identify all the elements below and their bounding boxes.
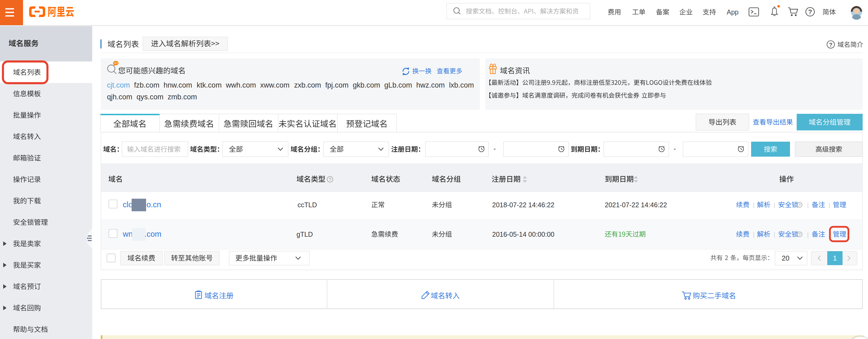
svg-text:?: ? (829, 41, 833, 48)
svg-text:|: | (807, 231, 809, 238)
svg-text:.com: .com (145, 230, 161, 238)
svg-text:|: | (753, 231, 754, 238)
svg-text:?: ? (329, 177, 331, 182)
svg-text:2016-05-14 00:00:00: 2016-05-14 00:00:00 (492, 231, 554, 238)
svg-text:gTLD: gTLD (297, 231, 313, 238)
svg-text:App: App (727, 8, 739, 16)
svg-text:gkb.com: gkb.com (353, 81, 380, 89)
svg-text:gLb.com: gLb.com (384, 81, 412, 89)
svg-text:lxb.com: lxb.com (449, 81, 474, 89)
svg-text:2021-07-22 14:46:22: 2021-07-22 14:46:22 (605, 201, 667, 209)
svg-text:zmb.com: zmb.com (167, 93, 197, 101)
svg-text:hwz.com: hwz.com (416, 81, 445, 89)
svg-text:20: 20 (782, 254, 789, 262)
svg-text:fpj.com: fpj.com (325, 81, 348, 89)
svg-text:|: | (774, 231, 775, 238)
svg-text:|: | (753, 202, 754, 208)
svg-text:xww.com: xww.com (260, 81, 290, 89)
svg-text:wwh.com: wwh.com (225, 81, 256, 89)
svg-text:1: 1 (833, 254, 837, 262)
svg-text:ktk.com: ktk.com (197, 81, 222, 89)
svg-text:clo: clo (123, 200, 133, 209)
svg-text:|: | (774, 202, 775, 208)
svg-text:|: | (829, 202, 830, 208)
svg-text:zxb.com: zxb.com (294, 81, 321, 89)
svg-text:-: - (494, 145, 496, 152)
svg-text:ccTLD: ccTLD (298, 201, 317, 209)
svg-text:-: - (674, 145, 676, 152)
svg-text:2018-07-22 14:46:22: 2018-07-22 14:46:22 (492, 201, 554, 209)
svg-text:o.cn: o.cn (146, 200, 161, 209)
svg-text:cjt.com: cjt.com (107, 81, 130, 89)
svg-text:fzb.com: fzb.com (134, 81, 159, 89)
svg-text:?: ? (799, 232, 801, 237)
svg-text:?: ? (808, 8, 812, 15)
svg-text:?: ? (799, 203, 801, 207)
svg-text:qjh.com: qjh.com (107, 93, 132, 101)
svg-text:hnw.com: hnw.com (163, 81, 192, 89)
svg-text:qys.com: qys.com (136, 93, 163, 101)
svg-text:|: | (807, 202, 809, 208)
